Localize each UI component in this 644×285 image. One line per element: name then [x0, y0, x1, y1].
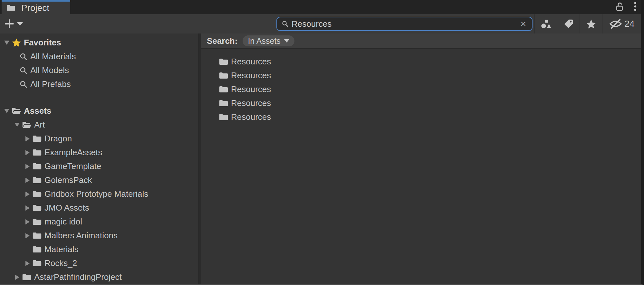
search-filter-buttons: 24: [534, 14, 641, 33]
tree-row[interactable]: JMO Assets: [0, 201, 198, 215]
tree-row[interactable]: magic idol: [0, 215, 198, 229]
folder-icon: [32, 218, 42, 226]
search-field[interactable]: ×: [276, 17, 533, 31]
filter-by-type-button[interactable]: [534, 14, 557, 33]
expander-icon[interactable]: [25, 136, 30, 141]
tree-row[interactable]: Malbers Animations: [0, 229, 198, 242]
search-scope-label: Search:: [207, 36, 237, 46]
folder-icon: [22, 273, 32, 281]
folder-icon: [219, 99, 228, 107]
toolbar: × 24: [0, 14, 641, 33]
toggle-hidden-results-button[interactable]: 24: [602, 14, 641, 33]
expander-icon[interactable]: [25, 219, 30, 224]
plus-icon: [5, 19, 14, 29]
lock-open-icon: [615, 2, 624, 12]
expander-icon[interactable]: [4, 109, 9, 113]
folder-icon: [219, 85, 228, 93]
kebab-menu-icon: [634, 2, 637, 11]
window-controls: [615, 0, 637, 14]
tree-row[interactable]: Dragon: [0, 132, 198, 146]
expander-icon[interactable]: [25, 150, 30, 155]
project-body: Favorites All MaterialsAll ModelsAll Pre…: [0, 33, 641, 284]
expander-icon[interactable]: [25, 261, 30, 266]
search-query-icon: [19, 80, 28, 89]
clear-search-button[interactable]: ×: [519, 19, 527, 29]
folder-open-icon: [22, 121, 32, 129]
dropdown-caret-icon: [17, 22, 23, 26]
expander-icon[interactable]: [15, 275, 19, 280]
result-row[interactable]: Resources: [201, 69, 641, 82]
folder-icon: [32, 190, 42, 198]
tree-row[interactable]: GameTemplate: [0, 159, 198, 173]
folder-icon: [32, 259, 42, 267]
results-header: Search: In Assets: [201, 33, 641, 49]
favorites-query-row[interactable]: All Models: [0, 63, 198, 77]
filter-by-type-icon: [541, 19, 552, 29]
eye-slash-icon: [609, 18, 622, 29]
tag-icon: [563, 19, 574, 29]
chevron-down-icon: [284, 39, 289, 43]
result-row[interactable]: Resources: [201, 55, 641, 69]
folder-icon: [32, 204, 42, 212]
search-query-icon: [19, 66, 28, 75]
create-asset-button[interactable]: [5, 14, 23, 33]
tree-row[interactable]: GolemsPack: [0, 173, 198, 187]
tab-title: Project: [21, 3, 49, 13]
expander-icon[interactable]: [14, 123, 20, 127]
result-row[interactable]: Resources: [201, 110, 641, 124]
favorites-star-icon: [12, 38, 21, 47]
search-input[interactable]: [292, 19, 516, 29]
search-scope-dropdown[interactable]: In Assets: [243, 35, 294, 46]
expander-icon[interactable]: [25, 192, 30, 197]
lock-button[interactable]: [615, 2, 624, 13]
filter-favorites-button[interactable]: [580, 14, 602, 33]
star-icon: [586, 19, 596, 29]
result-row[interactable]: Resources: [201, 96, 641, 110]
tree-row[interactable]: Assets: [0, 104, 198, 118]
folder-icon: [32, 148, 42, 157]
folder-tree-pane: Favorites All MaterialsAll ModelsAll Pre…: [0, 33, 198, 284]
pane-splitter[interactable]: [198, 33, 201, 284]
search-icon: [282, 20, 289, 27]
expander-icon[interactable]: [25, 178, 30, 183]
folder-icon: [32, 176, 42, 184]
tree-section-gap: [0, 91, 198, 104]
folder-icon: [219, 71, 228, 80]
tree-row[interactable]: Rocks_2: [0, 256, 198, 270]
tab-project[interactable]: Project: [2, 0, 70, 14]
results-list: ResourcesResourcesResourcesResourcesReso…: [201, 49, 641, 124]
search-query-icon: [19, 52, 28, 61]
kebab-menu-button[interactable]: [634, 2, 637, 13]
favorites-query-row[interactable]: All Prefabs: [0, 77, 198, 91]
search-results-pane: Search: In Assets ResourcesResourcesReso…: [201, 33, 641, 284]
scope-value: In Assets: [248, 36, 280, 46]
expander-icon[interactable]: [25, 205, 30, 211]
expander-icon[interactable]: [25, 233, 30, 238]
favorites-label: Favorites: [24, 38, 61, 48]
tree-row[interactable]: AstarPathfindingProject: [0, 270, 198, 284]
tree-row[interactable]: ExampleAssets: [0, 146, 198, 159]
tree-row[interactable]: Gridbox Prototype Materials: [0, 187, 198, 201]
folder-icon: [32, 232, 42, 240]
hidden-count: 24: [624, 19, 634, 29]
project-window: Project ×: [0, 0, 644, 285]
expander-icon[interactable]: [4, 41, 9, 45]
result-row[interactable]: Resources: [201, 82, 641, 96]
folder-open-icon: [12, 107, 21, 115]
folder-icon: [32, 162, 42, 170]
assets-tree: AssetsArtDragonExampleAssetsGameTemplate…: [0, 104, 198, 284]
folder-icon: [219, 58, 228, 66]
folder-icon: [219, 113, 228, 121]
tree-row[interactable]: Art: [0, 118, 198, 132]
folder-icon: [6, 4, 15, 12]
folder-icon: [32, 135, 42, 143]
filter-by-label-button[interactable]: [557, 14, 580, 33]
favorites-query-row[interactable]: All Materials: [0, 50, 198, 63]
folder-icon: [32, 245, 42, 253]
favorites-row[interactable]: Favorites: [0, 36, 198, 50]
tree-row[interactable]: Materials: [0, 242, 198, 256]
expander-icon[interactable]: [25, 164, 30, 169]
tab-strip: Project: [0, 0, 641, 14]
favorites-queries: All MaterialsAll ModelsAll Prefabs: [0, 50, 198, 91]
